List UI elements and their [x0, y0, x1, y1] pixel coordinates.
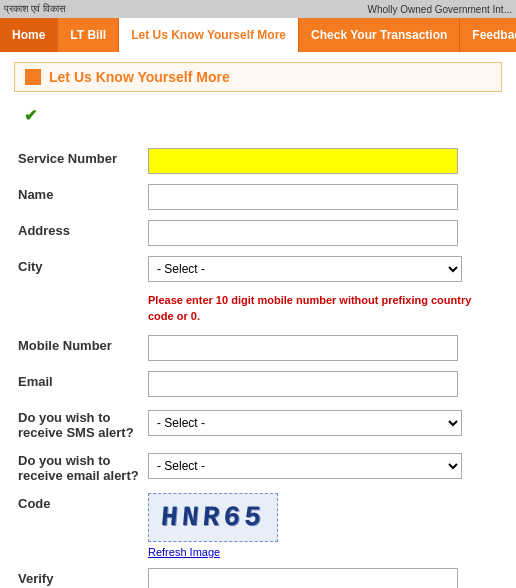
city-select[interactable]: - Select - — [148, 256, 462, 282]
registration-form: Service Number Name Address — [14, 143, 502, 588]
page-heading-bar: Let Us Know Yourself More — [14, 62, 502, 92]
success-message-row: ✔ — [14, 100, 502, 131]
mobile-label: Mobile Number — [14, 330, 144, 366]
mobile-hint: Please enter 10 digit mobile number with… — [148, 294, 471, 322]
mobile-input[interactable] — [148, 335, 458, 361]
hint-row: Please enter 10 digit mobile number with… — [14, 287, 502, 330]
name-label: Name — [14, 179, 144, 215]
navigation: Home LT Bill Let Us Know Yourself More C… — [0, 18, 516, 52]
page-title: Let Us Know Yourself More — [49, 69, 230, 85]
sms-alert-row: Do you wish to receive SMS alert? - Sele… — [14, 402, 502, 445]
email-label: Email — [14, 366, 144, 402]
refresh-image-link[interactable]: Refresh Image — [148, 546, 498, 558]
address-input[interactable] — [148, 220, 458, 246]
service-number-label: Service Number — [14, 143, 144, 179]
top-bar-left: प्रकाश एवं विकास — [4, 3, 66, 15]
sms-alert-label: Do you wish to receive SMS alert? — [14, 402, 144, 445]
email-alert-label: Do you wish to receive email alert? — [14, 445, 144, 488]
city-row: City - Select - — [14, 251, 502, 287]
top-bar-right: Wholly Owned Government Int... — [367, 4, 512, 15]
mobile-row: Mobile Number — [14, 330, 502, 366]
top-bar: प्रकाश एवं विकास Wholly Owned Government… — [0, 0, 516, 18]
heading-icon — [25, 69, 41, 85]
name-input[interactable] — [148, 184, 458, 210]
nav-home[interactable]: Home — [0, 18, 58, 52]
email-alert-select[interactable]: - Select - — [148, 453, 462, 479]
verify-row: Verify — [14, 563, 502, 588]
name-row: Name — [14, 179, 502, 215]
nav-know-yourself[interactable]: Let Us Know Yourself More — [119, 18, 299, 52]
service-number-input[interactable] — [148, 148, 458, 174]
verify-label: Verify — [14, 563, 144, 588]
form-table: Service Number Name Address — [14, 143, 502, 588]
address-row: Address — [14, 215, 502, 251]
email-input[interactable] — [148, 371, 458, 397]
main-content: Let Us Know Yourself More ✔ Service Numb… — [0, 52, 516, 588]
checkmark-icon: ✔ — [24, 106, 37, 125]
service-number-row: Service Number — [14, 143, 502, 179]
nav-lt-bill[interactable]: LT Bill — [58, 18, 119, 52]
email-alert-row: Do you wish to receive email alert? - Se… — [14, 445, 502, 488]
captcha-text: HNR65 — [160, 502, 267, 533]
email-row: Email — [14, 366, 502, 402]
code-row: Code HNR65 Refresh Image — [14, 488, 502, 563]
captcha-image: HNR65 — [148, 493, 278, 542]
verify-input[interactable] — [148, 568, 458, 588]
code-label: Code — [14, 488, 144, 563]
address-label: Address — [14, 215, 144, 251]
city-label: City — [14, 251, 144, 287]
nav-feedback[interactable]: Feedback/S — [460, 18, 516, 52]
nav-check-transaction[interactable]: Check Your Transaction — [299, 18, 460, 52]
sms-alert-select[interactable]: - Select - — [148, 410, 462, 436]
